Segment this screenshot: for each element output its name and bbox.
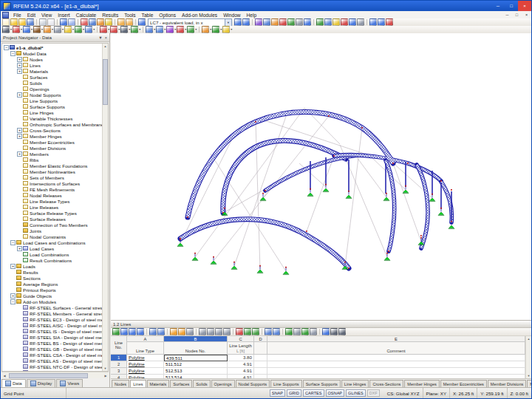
row-header[interactable]: 3 (111, 368, 127, 375)
status-toggle-grid[interactable]: GRID (287, 389, 301, 397)
render-mode-icon[interactable] (97, 18, 104, 26)
column-letter-c[interactable]: C (228, 336, 254, 342)
tree-item-rf-steel-csa-design-of-steel-members[interactable]: RF-STEEL CSA - Design of steel members (2, 352, 102, 358)
node-tool-caret-icon[interactable]: ▾ (21, 27, 22, 33)
save-icon[interactable] (27, 18, 34, 26)
tree-item-intersections-of-surfaces[interactable]: Intersections of Surfaces (2, 180, 102, 186)
cell-line-length[interactable]: 3.80 (228, 355, 254, 361)
opening-tool-icon[interactable] (64, 26, 72, 33)
mdi-minimize-button[interactable]: ─ (502, 13, 512, 17)
tree-item-orthotropic-surfaces-and-membranes[interactable]: Orthotropic Surfaces and Membranes (2, 121, 102, 127)
tree-item-ribs[interactable]: Ribs (2, 157, 102, 163)
tree-item-load-cases-and-combinations[interactable]: −Load Cases and Combinations (2, 239, 102, 245)
tree-item-solids[interactable]: Solids (2, 80, 102, 86)
show-loads-icon[interactable] (279, 18, 287, 26)
cell-nodes-no[interactable]: 512,513 (164, 368, 228, 375)
load-case-selector[interactable]: LC7 - equivalent load, in x ▾ (148, 18, 232, 27)
zoom-window-icon[interactable] (324, 18, 332, 26)
solid-tool-caret-icon[interactable]: ▾ (62, 27, 64, 33)
tree-item-members[interactable]: +Members (2, 151, 102, 157)
menu-results[interactable]: Results (99, 13, 121, 18)
navigator-pin-icon[interactable]: ▼ (98, 35, 102, 40)
view-settings-icon[interactable] (263, 18, 270, 26)
table-goto-first-icon[interactable] (120, 328, 128, 335)
tree-item-load-cases[interactable]: +Load Cases (2, 245, 102, 251)
tree-item-rf-steel-as-design-of-steel-members[interactable]: RF-STEEL AS - Design of steel members (2, 358, 102, 364)
report-tool-icon[interactable] (202, 26, 209, 33)
tree-expander-icon[interactable]: − (10, 240, 16, 245)
line-tool-caret-icon[interactable]: ▾ (31, 27, 33, 33)
status-toggle-glines[interactable]: GLINES (346, 389, 366, 397)
nodal-load-tool-caret-icon[interactable]: ▾ (108, 27, 109, 33)
support-tool-caret-icon[interactable]: ▾ (83, 27, 84, 33)
modules-tool-icon[interactable] (222, 26, 230, 33)
navigator-horizontal-scrollbar[interactable]: ◀ ▶ (1, 372, 109, 378)
tree-item-nodal-supports[interactable]: +Nodal Supports (2, 92, 102, 98)
hinge-tool-caret-icon[interactable]: ▾ (93, 27, 95, 33)
open-folder-icon[interactable] (10, 18, 18, 26)
menu-insert[interactable]: Insert (55, 13, 73, 18)
globe-icon[interactable] (349, 18, 356, 26)
tree-expander-icon[interactable]: + (17, 57, 22, 62)
tree-item-sections[interactable]: Sections (2, 275, 102, 281)
warning-icon[interactable] (332, 18, 340, 26)
units-icon[interactable] (338, 328, 346, 335)
tree-item-e1-a-dlubal[interactable]: −e1-a_dlubal* (2, 44, 102, 50)
menu-table[interactable]: Table (139, 13, 157, 18)
menu-edit[interactable]: Edit (24, 13, 38, 18)
tree-item-rf-steel-gb-design-of-steel-members[interactable]: RF-STEEL GB - Design of steel members (2, 346, 102, 352)
next-load-case-icon[interactable] (242, 18, 250, 26)
member-load-tool-icon[interactable] (110, 26, 117, 33)
tree-item-guide-objects[interactable]: +Guide Objects (2, 293, 102, 299)
support-tool-icon[interactable] (75, 26, 82, 33)
tree-item-line-hinges[interactable]: Line Hinges (2, 109, 102, 115)
delete-object-icon[interactable] (341, 18, 348, 26)
hinge-tool-icon[interactable] (85, 26, 92, 33)
expand-table-icon[interactable] (244, 328, 251, 335)
column-letter-e[interactable]: E (267, 336, 525, 342)
show-tables-icon[interactable] (105, 18, 112, 26)
tree-item-joints[interactable]: Joints (2, 228, 102, 233)
flag-icon[interactable] (304, 18, 311, 26)
mdi-restore-button[interactable]: □ (512, 13, 522, 17)
merge-view-icon[interactable] (273, 328, 280, 335)
open-project-icon[interactable] (18, 18, 26, 26)
tree-item-member-hinges[interactable]: +Member Hinges (2, 133, 102, 139)
cell-line-type[interactable]: Polyline (127, 361, 164, 368)
cell-comment[interactable] (267, 361, 525, 368)
comment-icon[interactable] (369, 18, 377, 26)
tree-item-rf-steel-is-design-of-steel-members-a[interactable]: RF-STEEL IS - Design of steel members a (2, 328, 102, 334)
table-scroll-down-icon[interactable]: ▼ (526, 373, 531, 378)
row-header[interactable]: 1 (111, 355, 127, 361)
cell-line-length[interactable]: 4.91 (228, 361, 254, 368)
tree-expander-icon[interactable]: + (17, 63, 22, 68)
column-letter-d[interactable]: D (254, 336, 267, 342)
status-toggle-cartes[interactable]: CARTES (303, 389, 324, 397)
tree-item-variable-thicknesses[interactable]: Variable Thicknesses (2, 115, 102, 121)
line-tool-icon[interactable] (23, 26, 30, 33)
selection-arrow-icon[interactable] (2, 26, 10, 33)
menu-tools[interactable]: Tools (121, 13, 138, 18)
tree-item-member-divisions[interactable]: Member Divisions (2, 145, 102, 151)
maximize-button[interactable]: □ (505, 1, 518, 11)
new-file-icon[interactable] (2, 18, 10, 26)
dimension-tool-caret-icon[interactable]: ▾ (129, 27, 130, 33)
print-table-icon[interactable] (310, 328, 317, 335)
excel-tool-caret-icon[interactable]: ▾ (220, 27, 222, 33)
load-case-list-icon[interactable] (138, 18, 146, 26)
cell-line-length[interactable]: 4.91 (228, 368, 254, 375)
tree-item-surface-supports[interactable]: Surface Supports (2, 103, 102, 109)
tree-item-rf-steel-aisc-design-of-steel-members[interactable]: RF-STEEL AISC - Design of steel members (2, 322, 102, 328)
tree-item-printout-reports[interactable]: Printout Reports (2, 287, 102, 293)
print-preview-icon[interactable] (47, 18, 55, 26)
export-table-icon[interactable] (301, 328, 309, 335)
tree-item-lines[interactable]: +Lines (2, 62, 102, 68)
cell-col-d[interactable] (254, 361, 267, 368)
tree-item-nodal-constraints[interactable]: Nodal Constraints (2, 233, 102, 239)
table-refresh-icon[interactable] (186, 328, 194, 335)
navigator-close-icon[interactable]: × (105, 35, 107, 40)
scroll-left-icon[interactable]: ◀ (1, 373, 7, 378)
mdi-close-button[interactable]: × (522, 13, 531, 17)
tree-item-sets-of-members[interactable]: Sets of Members (2, 174, 102, 180)
tree-expander-icon[interactable]: + (17, 246, 22, 251)
